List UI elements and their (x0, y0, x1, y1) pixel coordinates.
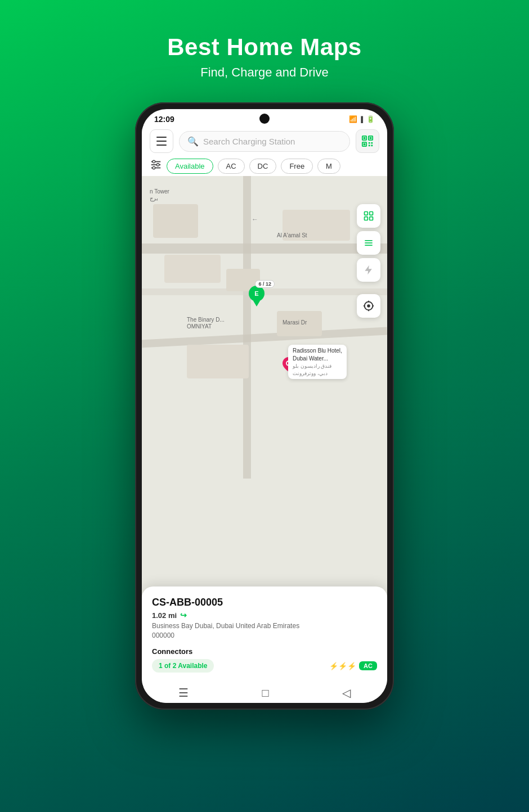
connector-row: 1 of 2 Available ⚡⚡⚡ AC (152, 659, 377, 673)
chip-m[interactable]: M (317, 159, 340, 174)
qr-button[interactable] (356, 129, 379, 153)
status-bar: 12:09 📶 ‖ 🔋 (142, 109, 387, 126)
svg-rect-5 (364, 143, 366, 146)
search-area: 🔍 Search Charging Station (142, 126, 387, 156)
connector-type: ⚡⚡⚡ AC (329, 661, 377, 670)
pin-bubble: E 6 / 12 (249, 286, 264, 301)
radisson-arabic: فندق راديسون بلو (293, 363, 342, 370)
map-area[interactable]: n Tower برج Al A'amal St The Binary D...… (142, 176, 387, 680)
ac-badge: AC (359, 661, 377, 670)
svg-point-14 (156, 164, 159, 166)
menu-line-2 (156, 141, 167, 142)
svg-rect-3 (370, 137, 372, 139)
qr-icon (361, 135, 374, 147)
filter-icon[interactable] (150, 159, 162, 174)
chip-ac[interactable]: AC (218, 159, 245, 174)
charging-station-pin[interactable]: E 6 / 12 (249, 286, 264, 306)
map-view-button[interactable] (357, 204, 380, 228)
lightning-button[interactable] (357, 258, 380, 282)
nav-arrow-icon[interactable]: ↪ (180, 611, 187, 620)
pin-tail (253, 301, 260, 306)
search-box[interactable]: 🔍 Search Charging Station (179, 131, 350, 152)
status-time: 12:09 (154, 115, 174, 124)
station-distance: 1.02 mi (152, 611, 177, 620)
map-label-street: Al A'amal St (277, 232, 307, 238)
svg-rect-7 (371, 142, 373, 144)
map-label-tower: n Tower (150, 188, 169, 195)
map-back-arrow: ← (252, 215, 258, 223)
filter-area: Available AC DC Free M (142, 156, 387, 176)
radisson-callout: Radisson Blu Hotel, Dubai Water... فندق … (288, 345, 347, 379)
svg-point-13 (153, 160, 155, 163)
nav-menu-icon[interactable]: ☰ (178, 686, 189, 700)
svg-rect-21 (370, 217, 373, 220)
radisson-name-line2: Dubai Water... (293, 355, 342, 363)
camera-notch (259, 114, 270, 124)
pin-label: E (254, 290, 258, 297)
menu-line-1 (156, 137, 167, 138)
map-label-omniyat: OMNIYAT (187, 323, 212, 330)
phone-frame: 12:09 📶 ‖ 🔋 🔍 Search Charging Station (135, 102, 394, 710)
menu-line-3 (156, 145, 167, 146)
chip-free[interactable]: Free (281, 159, 313, 174)
app-subtitle: Find, Charge and Drive (167, 65, 361, 80)
status-icons: 📶 ‖ 🔋 (349, 115, 375, 123)
svg-rect-20 (365, 217, 368, 220)
pin-count: 6 / 12 (255, 280, 275, 288)
nav-back-icon[interactable]: ◁ (342, 686, 351, 700)
map-label-binary: The Binary D... (187, 317, 225, 323)
map-label-marasi: Marasi Dr (283, 319, 307, 326)
map-toolbar (357, 204, 380, 318)
chip-available[interactable]: Available (167, 159, 213, 174)
list-view-button[interactable] (357, 231, 380, 255)
svg-rect-8 (369, 145, 370, 146)
radisson-name-line1: Radisson Blu Hotel, (293, 347, 342, 355)
menu-button[interactable] (150, 129, 173, 153)
svg-rect-1 (364, 137, 366, 139)
svg-rect-9 (371, 145, 373, 146)
search-placeholder-text: Search Charging Station (203, 137, 295, 146)
phone-screen: 12:09 📶 ‖ 🔋 🔍 Search Charging Station (142, 109, 387, 703)
plug-icon: ⚡⚡⚡ (329, 662, 356, 670)
app-title: Best Home Maps (167, 34, 361, 61)
map-label-tower-arabic: برج (150, 195, 158, 201)
bottom-nav: ☰ □ ◁ (142, 680, 387, 703)
station-address: Business Bay Dubai, Dubai United Arab Em… (152, 621, 377, 640)
signal-icon: ‖ (360, 115, 364, 123)
wifi-icon: 📶 (349, 115, 357, 123)
nav-home-icon[interactable]: □ (262, 687, 268, 700)
svg-rect-6 (369, 142, 370, 144)
svg-point-26 (367, 304, 370, 308)
svg-rect-19 (370, 212, 373, 215)
station-name: CS-ABB-00005 (152, 597, 377, 608)
connectors-label: Connectors (152, 647, 377, 656)
radisson-arabic2: دبي، ووترفرونت (293, 370, 342, 377)
header-section: Best Home Maps Find, Charge and Drive (167, 0, 361, 97)
svg-point-15 (153, 166, 155, 169)
battery-icon: 🔋 (366, 115, 375, 123)
location-button[interactable] (357, 294, 380, 318)
search-icon: 🔍 (187, 136, 199, 147)
station-card: CS-ABB-00005 1.02 mi ↪ Business Bay Duba… (142, 587, 387, 680)
availability-badge: 1 of 2 Available (152, 659, 214, 673)
svg-rect-18 (365, 212, 368, 215)
station-distance-row: 1.02 mi ↪ (152, 611, 377, 620)
chip-dc[interactable]: DC (249, 159, 277, 174)
